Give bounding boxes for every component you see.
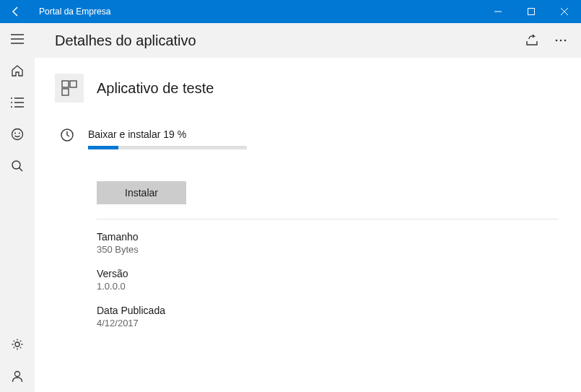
more-button[interactable] bbox=[546, 26, 575, 55]
progress-bar bbox=[88, 146, 247, 149]
settings-icon[interactable] bbox=[0, 328, 35, 360]
svg-point-22 bbox=[564, 40, 567, 42]
apps-list-icon[interactable] bbox=[0, 87, 35, 118]
sidebar bbox=[0, 23, 35, 392]
svg-point-15 bbox=[19, 133, 20, 134]
published-value: 4/12/2017 bbox=[97, 318, 561, 328]
svg-point-18 bbox=[15, 342, 19, 347]
meta-section: Tamanho 350 Bytes Versão 1.0.0.0 Data Pu… bbox=[97, 231, 561, 328]
search-icon[interactable] bbox=[0, 150, 35, 182]
page-title: Detalhes do aplicativo bbox=[55, 32, 517, 49]
home-icon[interactable] bbox=[0, 55, 35, 87]
svg-line-17 bbox=[19, 168, 23, 172]
svg-point-21 bbox=[560, 40, 562, 42]
close-button[interactable] bbox=[548, 0, 581, 23]
status-row: Baixar e instalar 19 % bbox=[59, 129, 561, 149]
back-button[interactable] bbox=[0, 0, 32, 23]
progress-fill bbox=[88, 146, 118, 149]
content: Detalhes do aplicativo bbox=[35, 23, 581, 392]
page-header: Detalhes do aplicativo bbox=[35, 23, 581, 58]
app-name: Aplicativo de teste bbox=[97, 80, 214, 97]
svg-point-16 bbox=[12, 161, 20, 169]
window-controls bbox=[481, 0, 581, 23]
maximize-button[interactable] bbox=[515, 0, 548, 23]
svg-point-14 bbox=[14, 133, 16, 134]
published-label: Data Publicada bbox=[97, 305, 561, 316]
size-value: 350 Bytes bbox=[97, 244, 561, 255]
version-value: 1.0.0.0 bbox=[97, 281, 561, 292]
version-label: Versão bbox=[97, 268, 561, 279]
main: Aplicativo de teste Baixar e instalar 19… bbox=[35, 58, 581, 392]
window-title: Portal da Empresa bbox=[32, 6, 481, 17]
minimize-button[interactable] bbox=[481, 0, 515, 23]
meta-published: Data Publicada 4/12/2017 bbox=[97, 305, 561, 328]
status-text: Baixar e instalar 19 % bbox=[88, 129, 247, 140]
divider bbox=[97, 219, 559, 219]
svg-rect-25 bbox=[70, 81, 77, 87]
hamburger-menu-button[interactable] bbox=[0, 23, 35, 55]
svg-point-13 bbox=[12, 129, 23, 140]
share-button[interactable] bbox=[517, 26, 546, 55]
svg-rect-23 bbox=[62, 81, 69, 87]
svg-rect-24 bbox=[62, 89, 69, 95]
size-label: Tamanho bbox=[97, 231, 561, 243]
meta-version: Versão 1.0.0.0 bbox=[97, 268, 561, 292]
svg-rect-1 bbox=[528, 9, 535, 15]
install-button[interactable]: Instalar bbox=[97, 181, 186, 204]
svg-point-20 bbox=[556, 40, 558, 42]
app-icon bbox=[55, 74, 84, 103]
titlebar: Portal da Empresa bbox=[0, 0, 581, 23]
clock-icon bbox=[59, 127, 75, 143]
profile-icon[interactable] bbox=[0, 360, 35, 392]
feedback-icon[interactable] bbox=[0, 118, 35, 150]
app-header: Aplicativo de teste bbox=[55, 74, 561, 103]
meta-size: Tamanho 350 Bytes bbox=[97, 231, 561, 255]
svg-point-19 bbox=[15, 372, 20, 377]
